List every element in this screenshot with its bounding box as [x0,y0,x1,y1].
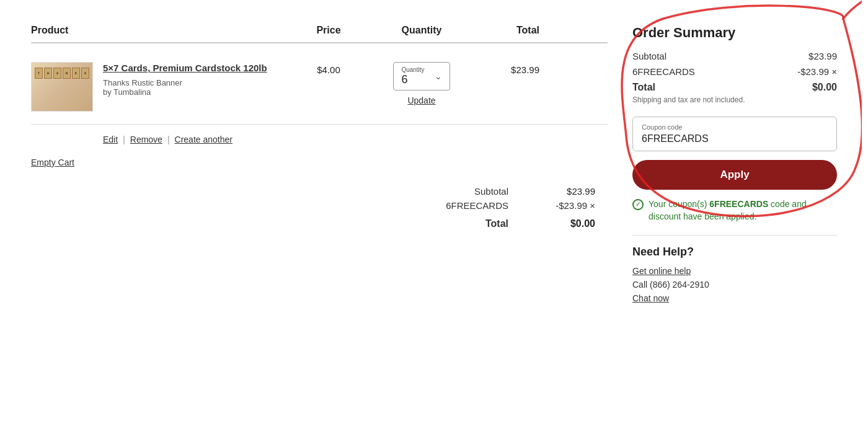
create-another-link[interactable]: Create another [175,135,232,144]
empty-cart-link[interactable]: Empty Cart [31,157,74,167]
summary-coupon-row: 6FREECARDS -$23.99 × [632,66,837,77]
cart-section: Product Price Quantity Total T H A N K [31,25,608,307]
order-summary-title: Order Summary [632,25,837,41]
order-summary: Order Summary Subtotal $23.99 6FREECARDS… [632,25,837,303]
cart-totals: Subtotal $23.99 6FREECARDS -$23.99 × Tot… [31,186,608,229]
get-online-help-link[interactable]: Get online help [632,266,837,276]
product-subtitle: Thanks Rustic Banner by Tumbalina [103,78,291,97]
coupon-success-message: ✓ Your coupon(s) 6FREECARDS code and dis… [632,198,837,223]
quantity-dropdown-inner: Quantity 6 [401,66,424,86]
product-column-header: Product [31,25,291,36]
coupon-discount-row: 6FREECARDS -$23.99 × [446,200,595,211]
subtotal-value: $23.99 [546,186,595,197]
grand-total-value: $0.00 [546,218,595,229]
summary-subtotal-label: Subtotal [632,51,666,61]
coupon-discount-value: -$23.99 × [546,200,595,211]
product-cell: T H A N K S 5×7 Cards, Premium Cardstock… [31,62,291,112]
summary-coupon-value: -$23.99 × [797,66,837,77]
grand-total-row: Total $0.00 [485,218,595,229]
grand-total-label: Total [485,218,508,229]
coupon-box-label: Coupon code [642,123,828,131]
update-link[interactable]: Update [407,95,435,105]
need-help-title: Need Help? [632,246,837,259]
coupon-code-box[interactable]: Coupon code 6FREECARDS [632,117,837,151]
product-name-link[interactable]: 5×7 Cards, Premium Cardstock 120lb [103,62,291,74]
banner-flag-h: H [44,68,52,79]
coupon-box-value: 6FREECARDS [642,133,828,144]
item-price: $4.00 [291,62,366,75]
separator-1: | [123,135,125,144]
product-image: T H A N K S [31,62,93,112]
banner-flag-k: K [72,68,80,79]
banner-flag-n: N [63,68,71,79]
quantity-column-header: Quantity [366,25,477,36]
summary-total-value: $0.00 [812,82,837,93]
coupon-success-code: 6FREECARDS [709,199,768,209]
coupon-success-text: Your coupon(s) 6FREECARDS code and disco… [649,198,837,223]
subtotal-label: Subtotal [474,186,508,197]
quantity-value: 6 [401,73,407,86]
order-summary-wrapper: Order Summary Subtotal $23.99 6FREECARDS… [632,25,837,307]
separator-2: | [167,135,170,144]
cart-item-row: T H A N K S 5×7 Cards, Premium Cardstock… [31,50,608,125]
check-icon: ✓ [632,199,644,210]
summary-total-row: Total $0.00 [632,82,837,93]
summary-subtotal-value: $23.99 [808,51,837,61]
need-help-section: Need Help? Get online help Call (866) 26… [632,235,837,303]
product-info: 5×7 Cards, Premium Cardstock 120lb Thank… [103,62,291,97]
chevron-down-icon: ⌄ [435,71,442,81]
edit-link[interactable]: Edit [103,135,118,144]
total-column-header: Total [477,25,552,36]
summary-subtotal-row: Subtotal $23.99 [632,51,837,61]
banner-flag-a: A [53,68,61,79]
cart-header: Product Price Quantity Total [31,25,608,43]
remove-link[interactable]: Remove [130,135,162,144]
chat-now-link[interactable]: Chat now [632,293,837,303]
quantity-small-label: Quantity [401,66,424,73]
shipping-note: Shipping and tax are not included. [632,95,837,104]
summary-coupon-label: 6FREECARDS [632,66,695,77]
banner-flag-s: S [81,68,89,79]
coupon-discount-label: 6FREECARDS [446,200,508,211]
subtotal-row: Subtotal $23.99 [474,186,595,197]
item-total: $23.99 [477,62,552,75]
price-column-header: Price [291,25,366,36]
summary-total-label: Total [632,82,655,93]
quantity-cell: Quantity 6 ⌄ Update [366,62,477,105]
quantity-dropdown[interactable]: Quantity 6 ⌄ [393,62,450,91]
banner-flag-t: T [35,68,43,79]
apply-button[interactable]: Apply [632,160,837,190]
item-actions: Edit | Remove | Create another [31,135,608,144]
help-phone: Call (866) 264-2910 [632,280,837,290]
cart-footer: Empty Cart [31,157,608,167]
